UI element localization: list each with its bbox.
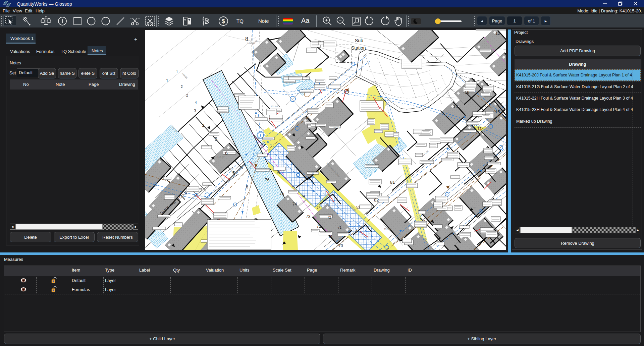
svg-text:$: $ [222, 18, 225, 24]
svg-text:6: 6 [246, 184, 248, 189]
svg-text:71: 71 [328, 234, 333, 239]
svg-text:16: 16 [465, 90, 469, 95]
svg-text:72: 72 [327, 216, 331, 219]
svg-text:70: 70 [338, 243, 343, 248]
svg-text:75: 75 [280, 191, 284, 196]
svg-text:52: 52 [356, 205, 360, 209]
svg-text:145.36: 145.36 [217, 156, 224, 158]
svg-text:151.04: 151.04 [271, 105, 278, 108]
svg-text:5: 5 [232, 170, 235, 175]
svg-text:4: 4 [202, 124, 205, 128]
svg-text:6: 6 [225, 151, 228, 156]
svg-text:146.48: 146.48 [332, 126, 340, 129]
svg-text:82: 82 [374, 197, 379, 203]
svg-text:76: 76 [276, 171, 280, 174]
svg-text:74: 74 [292, 202, 297, 207]
svg-text:10: 10 [453, 104, 458, 109]
svg-text:15: 15 [495, 109, 500, 114]
svg-text:3: 3 [194, 109, 196, 113]
svg-text:5: 5 [215, 136, 217, 142]
svg-text:12: 12 [495, 31, 500, 36]
svg-text:2: 2 [186, 94, 188, 97]
svg-text:Station: Station [351, 45, 366, 51]
svg-text:8: 8 [245, 36, 248, 42]
svg-text:151.62: 151.62 [384, 228, 391, 230]
svg-text:71: 71 [338, 226, 342, 229]
svg-text:Sub: Sub [355, 38, 363, 43]
svg-text:1: 1 [166, 78, 168, 83]
svg-text:73: 73 [306, 214, 311, 219]
svg-text:149.82: 149.82 [247, 42, 255, 45]
svg-text:1: 1 [176, 70, 178, 74]
svg-text:11: 11 [477, 126, 482, 131]
svg-text:73: 73 [317, 206, 321, 210]
svg-text:2: 2 [181, 85, 183, 89]
svg-text:4: 4 [195, 101, 197, 105]
svg-text:75: 75 [291, 185, 295, 189]
svg-text:74: 74 [301, 194, 305, 198]
svg-text:81: 81 [390, 180, 395, 185]
svg-text:76: 76 [265, 178, 270, 182]
svg-text:150.40: 150.40 [468, 207, 476, 209]
svg-text:72: 72 [317, 224, 321, 229]
